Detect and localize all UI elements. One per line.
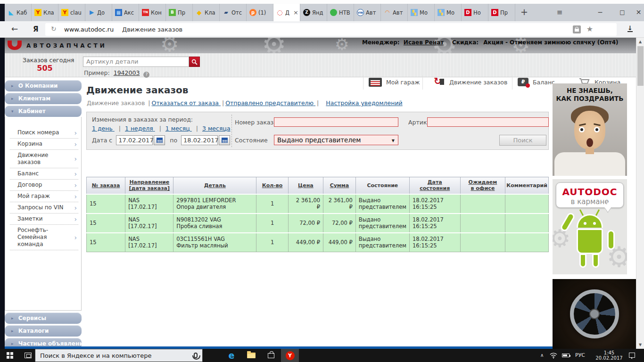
browser-tab[interactable]: TN Кон xyxy=(139,4,166,21)
cabinet-menu-item[interactable]: Запросы по VIN xyxy=(10,202,78,214)
scroll-up-icon[interactable]: ▲ xyxy=(636,40,644,44)
order-number-input[interactable] xyxy=(274,117,398,127)
taskbar-search-input[interactable]: Поиск в Яндексе и на компьютере xyxy=(35,349,203,362)
period-link[interactable]: 1 неделя xyxy=(125,125,165,132)
reload-icon[interactable]: ↻ xyxy=(51,25,57,33)
battery-icon[interactable] xyxy=(562,354,570,357)
quick-link-garage[interactable]: Мой гараж xyxy=(369,74,420,90)
table-row[interactable]: 15 NAS[17.02.17] 03C115561H VAGФильтр ма… xyxy=(87,233,549,252)
tab-close-icon[interactable]: × xyxy=(293,9,298,16)
page-nav-link[interactable]: Движение заказов xyxy=(87,99,152,107)
download-icon[interactable]: ↓ xyxy=(627,25,633,32)
table-header-cell[interactable]: Сумма xyxy=(323,177,356,194)
cabinet-menu-item[interactable]: Движение заказов xyxy=(10,150,78,168)
browser-tab[interactable]: ▚ Мо xyxy=(408,4,435,21)
microphone-icon[interactable] xyxy=(194,353,198,358)
quick-link-balance[interactable]: ₽ Баланс xyxy=(518,74,555,90)
url-field[interactable]: ↻ www.autodoc.ru Движение заказов ★ xyxy=(45,23,617,36)
scrollbar-thumb[interactable] xyxy=(637,46,644,86)
yandex-logo-icon[interactable]: Я xyxy=(33,25,39,33)
period-link[interactable]: 1 месяц xyxy=(165,125,202,132)
cabinet-menu-item[interactable]: Корзина xyxy=(10,139,78,150)
ad-banner-greeting[interactable]: НЕ ЗНАЕШЬ, КАК ПОЗДРАВИТЬ xyxy=(553,83,627,176)
article-input[interactable] xyxy=(427,117,549,127)
date-to-input[interactable]: 18.02.2017 xyxy=(181,135,218,145)
browser-tab[interactable]: ▚ Мо xyxy=(435,4,462,21)
cabinet-menu-item[interactable]: Договор xyxy=(10,180,78,191)
table-header-cell[interactable]: Кол-во xyxy=(256,177,288,194)
browser-tab[interactable]: ▦ Акс xyxy=(112,4,139,21)
help-icon[interactable]: ? xyxy=(143,72,149,78)
minimize-button[interactable]: ─ xyxy=(593,4,607,21)
ad-banner-wheel[interactable] xyxy=(553,279,636,349)
page-nav-link[interactable]: Отказаться от заказа xyxy=(152,99,226,107)
table-row[interactable]: 15 NAS[17.02.17] 2997801 LEMFORDERОпора … xyxy=(87,194,549,214)
table-row[interactable]: 15 NAS[17.02.17] N90813202 VAGПробка сли… xyxy=(87,214,549,233)
period-link[interactable]: 3 месяца xyxy=(202,125,231,132)
filter-search-button[interactable]: Поиск xyxy=(499,135,546,146)
browser-tab[interactable]: p (1) xyxy=(247,4,273,21)
browser-tab[interactable]: ◣ Каб xyxy=(5,4,32,21)
back-icon[interactable]: ← xyxy=(11,24,18,33)
cabinet-menu-item[interactable]: Баланс xyxy=(10,168,78,180)
file-explorer-icon[interactable] xyxy=(242,349,260,362)
close-button[interactable]: ✕ xyxy=(633,4,644,21)
browser-tab[interactable]: ▰ Отс xyxy=(220,4,247,21)
sidebar-section-button[interactable]: Сервисы xyxy=(5,313,82,324)
table-header-cell[interactable]: Комментарий xyxy=(505,177,549,194)
edge-icon[interactable]: e xyxy=(223,349,240,362)
table-header-cell[interactable]: Деталь xyxy=(173,177,256,194)
clock[interactable]: 1:45 20.02.2017 xyxy=(592,349,626,362)
browser-tab[interactable]: VW Авт xyxy=(354,4,381,21)
ad-banner-autodoc-app[interactable]: AUTODOC в кармане xyxy=(553,179,627,274)
browser-tab[interactable]: ▶ До xyxy=(85,4,112,21)
cabinet-menu-item[interactable]: Заметки xyxy=(10,214,78,225)
browser-tab[interactable]: Y Кла xyxy=(32,4,58,21)
language-indicator[interactable]: РУС xyxy=(575,349,585,362)
browser-tab[interactable]: B Пр xyxy=(166,4,193,21)
yandex-browser-icon[interactable]: Y xyxy=(281,349,299,362)
maximize-button[interactable]: □ xyxy=(615,4,629,21)
table-header-cell[interactable]: № заказа xyxy=(87,177,125,194)
table-header-cell[interactable]: Ожидаем в офисе xyxy=(460,177,505,194)
lock-icon[interactable] xyxy=(573,25,581,33)
state-select[interactable]: Выдано представителем ▼ xyxy=(274,135,398,145)
period-link[interactable]: 1 день xyxy=(92,125,125,132)
bookmark-star-icon[interactable]: ★ xyxy=(586,25,593,33)
sidebar-section-button[interactable]: О Компании xyxy=(5,80,82,91)
cabinet-menu-item[interactable]: Поиск номера xyxy=(10,127,78,139)
manager-name-link[interactable]: Исаев Ренат xyxy=(404,39,444,46)
cabinet-menu-item[interactable]: Роснефть-Семейная команда xyxy=(10,225,78,250)
table-header-cell[interactable]: Направление [дата заказа] xyxy=(125,177,173,194)
date-from-input[interactable]: 17.02.2017 xyxy=(116,135,153,145)
wifi-icon[interactable] xyxy=(550,352,557,362)
page-nav-link[interactable]: Отправлено представителю xyxy=(225,99,320,107)
quick-link-orders[interactable]: ↻ Движение заказов xyxy=(434,74,507,90)
task-view-icon[interactable] xyxy=(25,353,32,358)
browser-tab[interactable]: ◌ Д × xyxy=(273,4,300,21)
table-header-cell[interactable]: Состояние xyxy=(355,177,409,194)
sidebar-section-button[interactable]: Клиентам xyxy=(5,93,82,104)
sidebar-section-cabinet[interactable]: Кабинет xyxy=(5,106,82,117)
start-button[interactable] xyxy=(7,352,13,359)
table-header-cell[interactable]: Цена xyxy=(288,177,323,194)
browser-tab[interactable]: Y clau xyxy=(58,4,85,21)
browser-tab[interactable]: D Но xyxy=(462,4,488,21)
store-icon[interactable] xyxy=(262,349,280,362)
page-nav-link[interactable]: Настройка уведомлений xyxy=(326,99,402,107)
browser-tab[interactable]: ◆ Кла xyxy=(193,4,220,21)
browser-tab[interactable]: D Пр xyxy=(488,4,515,21)
calendar-button[interactable] xyxy=(154,135,165,145)
scroll-down-icon[interactable]: ▼ xyxy=(636,343,644,347)
browser-tab[interactable]: Z Янд xyxy=(300,4,327,21)
cabinet-menu-item[interactable]: Мой гараж xyxy=(10,191,78,202)
autodoc-logo[interactable]: АВТОЗАПЧАСТИ xyxy=(7,38,107,53)
table-header-cell[interactable]: Дата состояния xyxy=(409,177,460,194)
part-search-input[interactable]: Артикул детали xyxy=(83,57,189,67)
sidebar-section-button[interactable]: Каталоги xyxy=(5,325,82,337)
calendar-button[interactable] xyxy=(219,135,230,145)
tray-chevron-icon[interactable]: ∧ xyxy=(540,349,544,362)
browser-tab[interactable]: НТВ xyxy=(327,4,354,21)
scrollbar[interactable]: ▲ ▼ xyxy=(636,38,644,349)
search-button[interactable] xyxy=(189,57,200,67)
